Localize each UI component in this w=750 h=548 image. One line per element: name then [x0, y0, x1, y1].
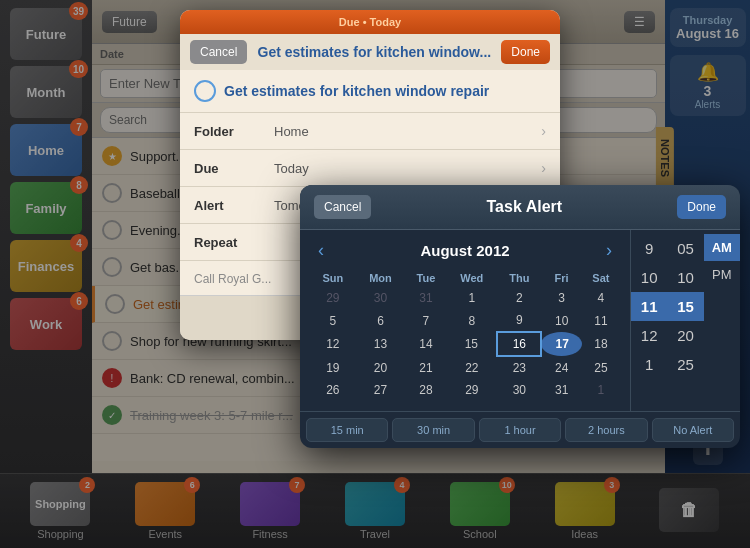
cal-day[interactable]: 1	[447, 287, 498, 309]
cal-day[interactable]: 28	[405, 379, 446, 401]
cal-header-wed: Wed	[447, 269, 498, 287]
cal-day[interactable]: 20	[356, 356, 406, 379]
cal-day[interactable]: 25	[582, 356, 620, 379]
cal-day[interactable]: 14	[405, 332, 446, 356]
task-detail-circle	[194, 80, 216, 102]
cal-day[interactable]: 11	[582, 309, 620, 332]
cal-month-title: August 2012	[420, 242, 509, 259]
preset-2hours[interactable]: 2 hours	[565, 418, 647, 442]
min-10[interactable]: 10	[667, 263, 703, 292]
ampm-am[interactable]: AM	[704, 234, 740, 261]
ampm-col: AM PM	[704, 230, 740, 411]
ampm-pm[interactable]: PM	[704, 261, 740, 288]
cal-day[interactable]: 6	[356, 309, 406, 332]
cal-day[interactable]: 16	[497, 332, 541, 356]
folder-value: Home	[274, 124, 541, 139]
alert-label: Alert	[194, 198, 274, 213]
notes-text: Call Royal G...	[194, 272, 271, 286]
minutes-col: 05 10 15 20 25	[667, 230, 703, 411]
cal-day[interactable]: 7	[405, 309, 446, 332]
task-detail-header: Due • Today	[180, 10, 560, 34]
cal-day[interactable]: 5	[310, 309, 356, 332]
cal-header-thu: Thu	[497, 269, 541, 287]
task-alert-calendar: ‹ August 2012 › Sun Mon Tue Wed Thu Fri …	[300, 230, 630, 411]
hour-9[interactable]: 9	[631, 234, 667, 263]
cal-day[interactable]: 18	[582, 332, 620, 356]
hour-11[interactable]: 11	[631, 292, 667, 321]
cal-day[interactable]: 27	[356, 379, 406, 401]
task-detail-title-bar: Cancel Get estimates for kitchen window.…	[180, 34, 560, 70]
cal-day[interactable]: 1	[582, 379, 620, 401]
cal-header-sat: Sat	[582, 269, 620, 287]
cal-day[interactable]: 3	[541, 287, 581, 309]
time-col-wrapper: 9 10 11 12 1 05 10 15 20 25 AM PM	[631, 230, 740, 411]
cal-day[interactable]: 15	[447, 332, 498, 356]
min-25[interactable]: 25	[667, 350, 703, 379]
hour-1[interactable]: 1	[631, 350, 667, 379]
cal-day[interactable]: 8	[447, 309, 498, 332]
task-detail-title: Get estimates for kitchen window...	[255, 44, 493, 60]
task-detail-name: Get estimates for kitchen window repair	[224, 83, 489, 99]
hour-10[interactable]: 10	[631, 263, 667, 292]
cal-header-mon: Mon	[356, 269, 406, 287]
cal-day[interactable]: 19	[310, 356, 356, 379]
calendar-grid: Sun Mon Tue Wed Thu Fri Sat 293031123456…	[310, 269, 620, 401]
min-15[interactable]: 15	[667, 292, 703, 321]
cal-header-sun: Sun	[310, 269, 356, 287]
cal-day[interactable]: 4	[582, 287, 620, 309]
cal-day[interactable]: 21	[405, 356, 446, 379]
task-detail-cancel-button[interactable]: Cancel	[190, 40, 247, 64]
hours-col: 9 10 11 12 1	[631, 230, 667, 411]
cal-day[interactable]: 10	[541, 309, 581, 332]
task-alert-title: Task Alert	[371, 198, 677, 216]
cal-day[interactable]: 29	[447, 379, 498, 401]
task-alert-done-button[interactable]: Done	[677, 195, 726, 219]
cal-day[interactable]: 26	[310, 379, 356, 401]
cal-day[interactable]: 23	[497, 356, 541, 379]
cal-day[interactable]: 22	[447, 356, 498, 379]
task-detail-task-row: Get estimates for kitchen window repair	[180, 70, 560, 113]
min-20[interactable]: 20	[667, 321, 703, 350]
cal-day[interactable]: 29	[310, 287, 356, 309]
cal-day[interactable]: 30	[497, 379, 541, 401]
due-value: Today	[274, 161, 541, 176]
cal-day[interactable]: 12	[310, 332, 356, 356]
cal-prev-button[interactable]: ‹	[310, 240, 332, 261]
preset-15min[interactable]: 15 min	[306, 418, 388, 442]
task-alert-header: Cancel Task Alert Done	[300, 185, 740, 230]
due-label: Due	[194, 161, 274, 176]
cal-day[interactable]: 31	[405, 287, 446, 309]
cal-day[interactable]: 2	[497, 287, 541, 309]
cal-day[interactable]: 30	[356, 287, 406, 309]
calendar-nav: ‹ August 2012 ›	[310, 240, 620, 261]
task-detail-done-button[interactable]: Done	[501, 40, 550, 64]
cal-day[interactable]: 17	[541, 332, 581, 356]
task-alert-body: ‹ August 2012 › Sun Mon Tue Wed Thu Fri …	[300, 230, 740, 411]
cal-day[interactable]: 31	[541, 379, 581, 401]
task-alert-cancel-button[interactable]: Cancel	[314, 195, 371, 219]
hour-12[interactable]: 12	[631, 321, 667, 350]
min-05[interactable]: 05	[667, 234, 703, 263]
folder-label: Folder	[194, 124, 274, 139]
task-detail-folder-field[interactable]: Folder Home ›	[180, 113, 560, 150]
due-arrow-icon: ›	[541, 160, 546, 176]
folder-arrow-icon: ›	[541, 123, 546, 139]
cal-day[interactable]: 24	[541, 356, 581, 379]
task-alert-modal: Cancel Task Alert Done ‹ August 2012 › S…	[300, 185, 740, 448]
alert-presets: 15 min 30 min 1 hour 2 hours No Alert	[300, 411, 740, 448]
preset-1hour[interactable]: 1 hour	[479, 418, 561, 442]
preset-30min[interactable]: 30 min	[392, 418, 474, 442]
cal-next-button[interactable]: ›	[598, 240, 620, 261]
cal-header-fri: Fri	[541, 269, 581, 287]
repeat-label: Repeat	[194, 235, 274, 250]
task-detail-due-field[interactable]: Due Today ›	[180, 150, 560, 187]
preset-no-alert[interactable]: No Alert	[652, 418, 734, 442]
time-picker: 9 10 11 12 1 05 10 15 20 25 AM PM	[630, 230, 740, 411]
cal-header-tue: Tue	[405, 269, 446, 287]
cal-day[interactable]: 13	[356, 332, 406, 356]
cal-day[interactable]: 9	[497, 309, 541, 332]
